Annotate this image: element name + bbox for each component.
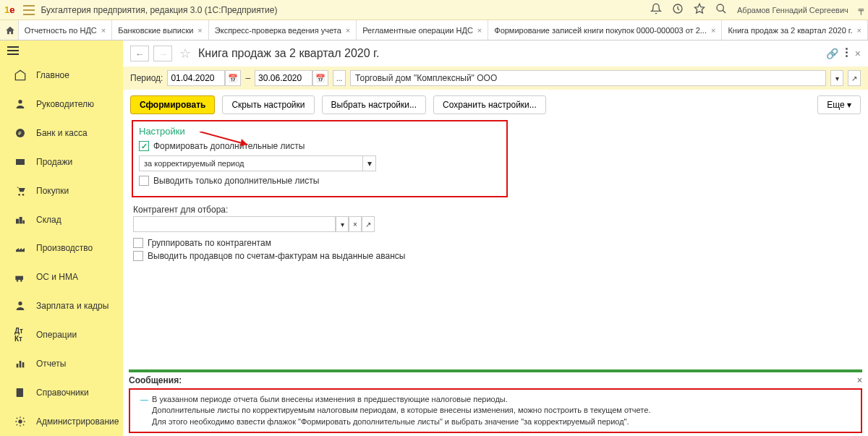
checkbox-form-additional[interactable] — [139, 141, 149, 151]
page-title: Книга продаж за 2 квартал 2020 г. — [198, 47, 379, 60]
sidebar-item-manager[interactable]: Руководителю — [0, 90, 123, 119]
svg-point-22 — [19, 420, 22, 423]
checkbox-label: Выводить только дополнительные листы — [153, 176, 319, 186]
tab-sales-book[interactable]: Книга продаж за 2 квартал 2020 г.× — [722, 20, 868, 40]
close-icon[interactable]: × — [346, 26, 350, 35]
home-tab[interactable] — [3, 20, 19, 40]
sidebar-item-assets[interactable]: ОС и НМА — [0, 262, 123, 291]
choose-settings-button[interactable]: Выбрать настройки... — [322, 95, 426, 114]
minimize-icon[interactable]: ╤ — [859, 5, 864, 15]
tab-vat-reporting[interactable]: Отчетность по НДС× — [19, 20, 113, 40]
close-icon[interactable]: × — [857, 375, 862, 385]
svg-point-2 — [717, 4, 723, 11]
sidebar-item-purchases[interactable]: Покупки — [0, 176, 123, 205]
svg-point-9 — [18, 194, 20, 196]
sidebar-item-catalogs[interactable]: Справочники — [0, 378, 123, 407]
svg-rect-12 — [20, 217, 22, 223]
sidebar-toggle[interactable] — [0, 40, 123, 61]
svg-rect-21 — [17, 388, 23, 397]
settings-title: Настройки — [139, 126, 501, 137]
date-to-input[interactable] — [255, 70, 312, 86]
checkbox-only-additional[interactable] — [139, 176, 149, 186]
checkbox-label: Группировать по контрагентам — [148, 238, 271, 248]
svg-marker-1 — [694, 4, 704, 13]
forward-button[interactable]: → — [153, 46, 172, 61]
sidebar-item-payroll[interactable]: Зарплата и кадры — [0, 291, 123, 320]
checkbox-show-sellers[interactable] — [133, 251, 143, 261]
open-icon[interactable]: ↗ — [362, 216, 375, 232]
link-icon[interactable]: 🔗 — [826, 48, 838, 59]
sidebar-item-sales[interactable]: Продажи — [0, 148, 123, 176]
svg-point-15 — [17, 280, 19, 282]
star-icon[interactable] — [694, 3, 705, 17]
clear-icon[interactable]: × — [349, 216, 362, 232]
period-type-select[interactable]: за корректируемый период — [139, 155, 363, 171]
generate-button[interactable]: Сформировать — [130, 95, 215, 114]
back-button[interactable]: ← — [130, 46, 149, 61]
calendar-icon[interactable]: 📅 — [312, 70, 328, 86]
open-icon[interactable]: ↗ — [848, 70, 861, 86]
tab-express-check[interactable]: Экспресс-проверка ведения учета× — [209, 20, 357, 40]
menu-icon[interactable] — [23, 5, 35, 15]
close-icon[interactable]: × — [197, 26, 202, 35]
hide-settings-button[interactable]: Скрыть настройки — [222, 95, 314, 114]
svg-rect-8 — [16, 159, 25, 165]
save-settings-button[interactable]: Сохранить настройки... — [433, 95, 546, 114]
app-logo: 1e — [4, 4, 14, 15]
organization-input[interactable]: Торговый дом "Комплексный" ООО — [350, 70, 826, 86]
tab-purchase-book[interactable]: Формирование записей книги покупок 0000-… — [488, 20, 722, 40]
sidebar-item-operations[interactable]: ДтКтОперации — [0, 320, 123, 349]
svg-rect-18 — [17, 364, 19, 367]
window-close-icon[interactable]: × — [855, 48, 861, 59]
app-title: Бухгалтерия предприятия, редакция 3.0 (1… — [41, 5, 650, 15]
search-icon[interactable] — [715, 3, 727, 17]
history-icon[interactable] — [672, 3, 684, 17]
contractor-input[interactable] — [133, 216, 336, 232]
message-line: —В указанном периоде отчета были внесены… — [152, 394, 854, 405]
close-icon[interactable]: × — [101, 26, 106, 35]
sidebar-item-main[interactable]: Главное — [0, 61, 123, 90]
checkbox-group-by[interactable] — [133, 238, 143, 248]
sidebar-item-warehouse[interactable]: Склад — [0, 205, 123, 234]
sidebar: Главное Руководителю ₽Банк и касса Прода… — [0, 40, 123, 436]
more-button[interactable]: Еще ▾ — [817, 95, 861, 114]
messages-panel: Сообщения:× —В указанном периоде отчета … — [129, 369, 862, 433]
svg-marker-4 — [15, 70, 25, 80]
svg-point-10 — [22, 194, 25, 196]
close-icon[interactable]: × — [711, 26, 715, 35]
sidebar-item-bank[interactable]: ₽Банк и касса — [0, 119, 123, 148]
more-icon[interactable] — [846, 48, 848, 59]
dropdown-icon[interactable]: ▾ — [363, 155, 376, 171]
svg-rect-20 — [22, 362, 25, 367]
svg-point-5 — [18, 100, 22, 103]
svg-point-16 — [20, 280, 22, 282]
svg-rect-11 — [16, 218, 19, 223]
tab-vat-ops[interactable]: Регламентные операции НДС× — [357, 20, 488, 40]
contractor-label: Контрагент для отбора: — [133, 205, 858, 215]
favorite-icon[interactable]: ☆ — [179, 46, 191, 61]
svg-rect-19 — [20, 361, 22, 367]
document-tabs: Отчетность по НДС× Банковские выписки× Э… — [0, 20, 868, 40]
message-line: Для этого необходимо взвести флажок "Фор… — [152, 416, 854, 427]
period-label: Период: — [130, 73, 163, 83]
calendar-icon[interactable]: 📅 — [225, 70, 241, 86]
svg-rect-14 — [15, 276, 23, 280]
sidebar-item-admin[interactable]: Администрирование — [0, 407, 123, 436]
close-icon[interactable]: × — [477, 26, 482, 35]
tab-bank-statements[interactable]: Банковские выписки× — [112, 20, 209, 40]
checkbox-label: Выводить продавцов по счетам-фактурам на… — [148, 251, 405, 261]
dash: – — [245, 73, 250, 83]
dropdown-icon[interactable]: ▾ — [336, 216, 349, 232]
svg-line-3 — [723, 10, 726, 13]
username[interactable]: Абрамов Геннадий Сергеевич — [737, 6, 848, 14]
dropdown-icon[interactable]: ▾ — [830, 70, 843, 86]
close-icon[interactable]: × — [857, 26, 861, 35]
bell-icon[interactable] — [650, 3, 662, 17]
period-picker-button[interactable]: ... — [333, 70, 346, 86]
svg-point-17 — [18, 302, 22, 305]
svg-rect-13 — [22, 220, 25, 223]
date-from-input[interactable] — [167, 70, 225, 86]
sidebar-item-reports[interactable]: Отчеты — [0, 349, 123, 378]
message-line: Дополнительные листы по корректируемым н… — [152, 405, 854, 416]
sidebar-item-production[interactable]: Производство — [0, 234, 123, 262]
